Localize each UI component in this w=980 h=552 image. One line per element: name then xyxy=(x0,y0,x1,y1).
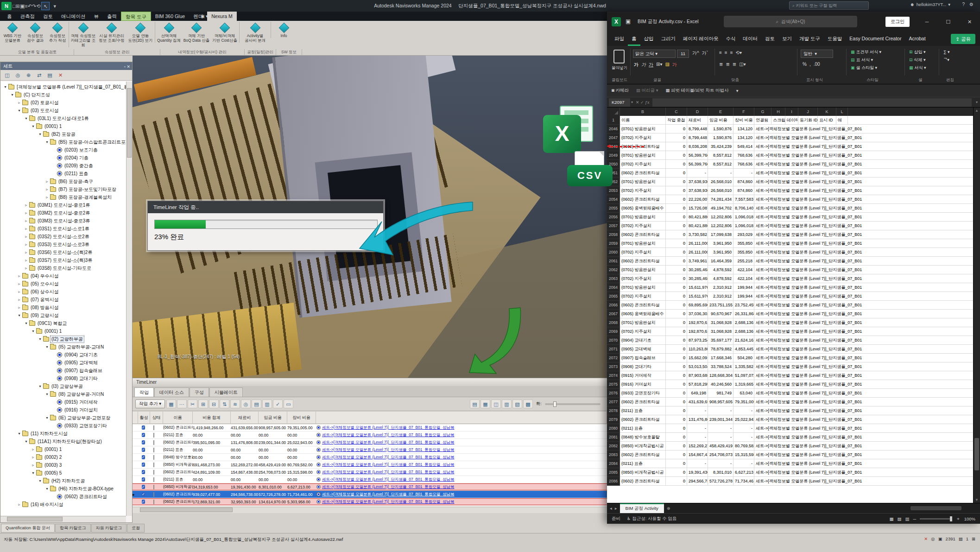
expand-icon[interactable]: ▾ xyxy=(38,337,43,341)
view-dropdown-icon[interactable]: ▣ ▾ xyxy=(197,12,212,21)
cell-material-cost[interactable]: 294,566,738 xyxy=(687,477,708,486)
attached-set-link[interactable]: 세트->[객체정보별 모델분류 (Level 7)]_단지샘플_07_B01_통… xyxy=(322,455,455,460)
cell-equipment-cost[interactable]: 1,335,582 xyxy=(733,362,754,371)
task-active-checkbox[interactable] xyxy=(142,463,145,467)
qat-button[interactable]: □ xyxy=(13,3,16,9)
tree-item[interactable]: ▹ (03S6) 도로시설-소(특)2류 xyxy=(1,248,126,256)
header-cell[interactable]: 재료비 xyxy=(687,116,708,125)
tree-item[interactable]: ▾ (B5) 포장공-아스팔트콘크리트포장 xyxy=(1,138,126,146)
header-cell[interactable]: 연결됨 xyxy=(754,116,771,125)
attached-set-link[interactable]: 세트->[객체정보별 모델분류 (Level 7)]_단지샘플_07_B01_통… xyxy=(322,499,455,505)
timeliner-task-row[interactable]: (0211) 표층 00.00 00.00 00.00 00.00 세트->[객… xyxy=(133,476,607,483)
cell-attached-set[interactable]: 세트->[객체정보별 모델분류 (Level 7)]_단지샘플_07_B01 xyxy=(754,248,973,257)
cell-name[interactable]: (0701) 방음판설치 xyxy=(620,213,666,222)
font-size-select[interactable]: 11 xyxy=(677,50,689,58)
row-header[interactable]: 2085 xyxy=(607,468,620,477)
row-header[interactable]: 2063 xyxy=(607,274,620,283)
tree-item[interactable]: (0203) 보조기층 xyxy=(1,146,126,154)
navisworks-app-icon[interactable]: N xyxy=(1,2,12,10)
cell-name[interactable]: (0702) 지주설치 xyxy=(620,133,666,142)
cell-name[interactable]: (0701) 방음판설치 xyxy=(620,151,666,160)
tree-item[interactable]: ▹ (07) 옹벽시설 xyxy=(1,296,126,304)
zoom-in-icon[interactable]: ＋ xyxy=(956,516,961,522)
cell-name[interactable]: (0602) 콘크리트타설 xyxy=(620,450,666,459)
cell-material-cost[interactable]: 56,399,760 xyxy=(687,160,708,169)
clash-indicator-icon[interactable]: ✕ xyxy=(924,536,928,541)
cell-equipment-cost[interactable]: 25,022,943 xyxy=(733,415,754,424)
tree-vertical-scrollbar[interactable] xyxy=(126,82,132,516)
row-header[interactable]: 2079 xyxy=(607,415,620,424)
cell-labor-cost[interactable]: - xyxy=(708,459,733,468)
cell-name[interactable]: (0701) 방음판설치 xyxy=(620,283,666,292)
cell-labor-cost[interactable]: 254,708,073 xyxy=(708,450,733,459)
cell-labor-cost[interactable]: 458,429,419 xyxy=(708,442,733,450)
row-header[interactable]: 2062 xyxy=(607,266,620,274)
expand-icon[interactable]: ▹ xyxy=(17,298,22,302)
expand-icon[interactable]: ▹ xyxy=(24,211,29,215)
expand-icon[interactable]: ▹ xyxy=(24,266,29,270)
timeliner-task-row[interactable]: (0602) 콘크리트타설 172,869,321.00 32,950,393.… xyxy=(133,498,607,506)
formula-expand-icon[interactable]: ▾ xyxy=(976,100,978,104)
excel-ribbon-tab[interactable]: 파일 xyxy=(611,32,628,46)
cell-material-cost[interactable]: 26,111,000 xyxy=(687,248,708,257)
cell-labor-cost[interactable]: 12,202,806 xyxy=(708,213,733,222)
sets-tool-button[interactable]: ⇄ xyxy=(35,71,44,79)
tree-item[interactable]: ▾ (I8) 교량상부공-거더N xyxy=(1,390,126,398)
cell-attached-set[interactable]: 세트->[객체정보별 모델분류 (Level 7)]_단지샘플_07_B01 xyxy=(754,406,973,415)
cell-overlap[interactable]: 0 xyxy=(666,371,687,380)
timeliner-view-button[interactable]: ▧ xyxy=(512,400,522,408)
tree-item[interactable]: (0209) 중간층 xyxy=(1,162,126,170)
dock-tab[interactable]: 항목 카탈로그 xyxy=(55,524,91,533)
tree-item[interactable]: ▹ (16) 배수지시설 xyxy=(1,501,126,508)
zoom-percent[interactable]: 100% xyxy=(964,516,975,521)
cell-overlap[interactable]: 0 xyxy=(666,292,687,301)
tree-item[interactable]: ▹ (03S8) 도로시설-기타도로 xyxy=(1,264,126,272)
save-icon[interactable]: ▣ xyxy=(626,18,631,25)
row-header[interactable]: 1 xyxy=(607,116,620,125)
row-header[interactable]: 2071 xyxy=(607,345,620,354)
header-cell[interactable]: 스크립트 xyxy=(771,116,785,125)
cell-labor-cost[interactable]: 17,668,346 xyxy=(708,354,733,362)
timeliner-view-button[interactable]: ▥ xyxy=(502,400,512,408)
attached-set-link[interactable]: 세트->[객체정보별 모델분류 (Level 7)]_단지샘플_07_B01_통… xyxy=(322,477,455,482)
cell-overlap[interactable]: 0 xyxy=(666,133,687,142)
expand-icon[interactable]: ▹ xyxy=(44,195,50,199)
cell-labor-cost[interactable]: 4,878,592 xyxy=(708,266,733,274)
cell-attached-set[interactable]: 세트->[객체정보별 모델분류 (Level 7)]_단지샘플_07_B01 xyxy=(754,371,973,380)
cell-name[interactable]: (0933) 교면포장기타 xyxy=(620,389,666,398)
fx-icons[interactable]: ✕ ✓ ƒx xyxy=(636,100,650,105)
expand-icon[interactable]: ▾ xyxy=(44,345,50,349)
row-header[interactable]: 2056 xyxy=(607,213,620,222)
cell-material-cost[interactable]: 15,611,976 xyxy=(687,292,708,301)
timeliner-task-row[interactable]: (0848) 방수보호몰탈 00.00 00.00 00.00 00.00 세트… xyxy=(133,454,607,461)
timeliner-tab[interactable]: 시뮬레이트 xyxy=(209,387,243,397)
cell-overlap[interactable]: 0 xyxy=(666,125,687,133)
row-header[interactable]: 2060 xyxy=(607,248,620,257)
cell-material-cost[interactable]: 110,263,807 xyxy=(687,345,708,354)
dock-tab[interactable]: 자원 카탈로그 xyxy=(91,524,127,533)
cell-labor-cost[interactable]: 26,568,010 xyxy=(708,178,733,186)
cell-name[interactable]: (0602) 콘크리트타설 xyxy=(620,477,666,486)
tree-item[interactable]: ▹ (02) 토공시설 xyxy=(1,99,126,107)
cell-labor-cost[interactable]: 35,697,177 xyxy=(708,336,733,345)
font-style-icons[interactable]: 가가가⊞▾▨가 xyxy=(634,62,677,68)
ribbon-tab[interactable]: Nexura M xyxy=(207,12,237,21)
timeliner-view-button[interactable]: ▩ xyxy=(523,400,533,408)
cell-labor-cost[interactable]: 981,749 xyxy=(708,389,733,398)
row-header[interactable]: 2061 xyxy=(607,257,620,266)
cell-attached-set[interactable]: 세트->[객체정보별 모델분류 (Level 7)]_단지샘플_07_B01 xyxy=(754,362,973,371)
tree-item[interactable]: ▾ (0005) 5 xyxy=(1,469,126,477)
cell-attached-set[interactable]: 세트->[객체정보별 모델분류 (Level 7)]_단지샘플_07_B01 xyxy=(754,274,973,283)
cell-name[interactable]: (0702) 지주설치 xyxy=(620,327,666,336)
ribbon-tab[interactable]: 애니메이션 xyxy=(57,12,90,21)
cell-equipment-cost[interactable]: 549,414 xyxy=(733,142,754,151)
row-header[interactable]: 2047 xyxy=(607,133,620,142)
expand-icon[interactable]: ▾ xyxy=(17,431,22,436)
sets-tool-button[interactable]: ◎ xyxy=(13,71,22,79)
cell-material-cost[interactable]: 37,638,930 xyxy=(687,186,708,195)
maximize-button[interactable]: ☐ xyxy=(938,12,959,32)
cell-attached-set[interactable]: 세트->[객체정보별 모델분류 (Level 7)]_단지샘플_07_B01 xyxy=(754,345,973,354)
expand-icon[interactable]: ▾ xyxy=(31,124,36,128)
timeliner-task-row[interactable]: (0850) 비개착공법시공 691,468,273.00 152,269,27… xyxy=(133,461,607,469)
cell-name[interactable]: (0602) 콘크리트타설 xyxy=(620,257,666,266)
